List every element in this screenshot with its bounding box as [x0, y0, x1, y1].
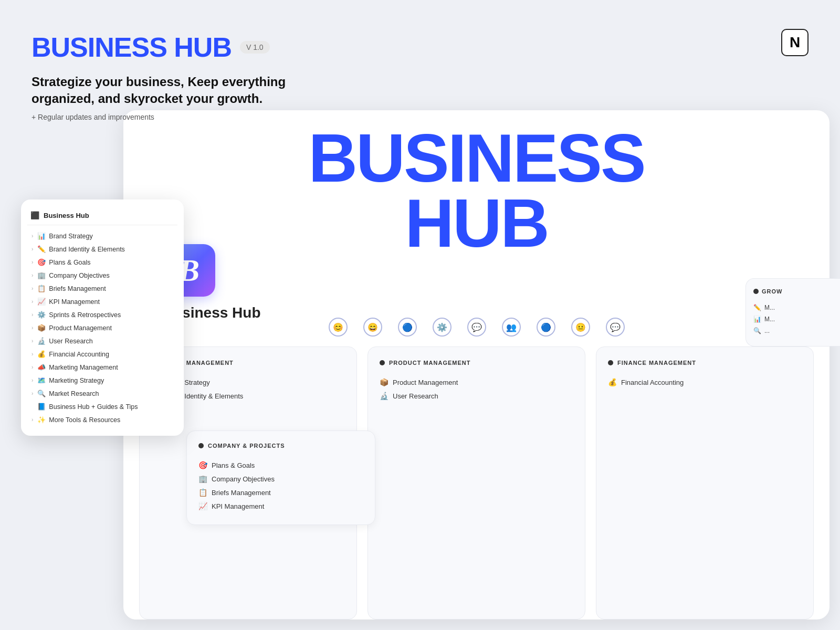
- notion-icon[interactable]: N: [781, 29, 808, 56]
- grow-item-1[interactable]: ✏️ M...: [753, 302, 833, 313]
- chevron-icon: ›: [32, 377, 33, 383]
- icon-1: 😊: [329, 318, 348, 337]
- plans-goals-item[interactable]: 🎯 Plans & Goals: [198, 458, 363, 472]
- icon-9: 💬: [606, 318, 625, 337]
- sidebar-item-product-management[interactable]: › 📦 Product Management: [27, 321, 177, 334]
- icon-6: 👥: [502, 318, 521, 337]
- company-projects-title: COMPANY & PROJECTS: [198, 443, 363, 449]
- chevron-icon: ›: [32, 246, 33, 252]
- company-objectives-item[interactable]: 🏢 Company Objectives: [198, 472, 363, 486]
- product-management-item[interactable]: 📦 Product Management: [380, 375, 573, 389]
- chevron-icon: ›: [32, 233, 33, 239]
- sidebar-item-kpi-management[interactable]: › 📈 KPI Management: [27, 295, 177, 308]
- sidebar-item-sprints[interactable]: › ⚙️ Sprints & Retrospectives: [27, 308, 177, 321]
- icon-4: ⚙️: [433, 318, 452, 337]
- chevron-icon: ›: [32, 351, 33, 357]
- grow-item-3[interactable]: 🔍 ...: [753, 325, 833, 337]
- sidebar-item-briefs-management[interactable]: › 📋 Briefs Management: [27, 282, 177, 295]
- product-management-title: PRODUCT MANAGEMENT: [380, 360, 573, 366]
- sidebar-header-icon: ⬛: [30, 211, 39, 219]
- sidebar-item-marketing-management[interactable]: › 📣 Marketing Management: [27, 361, 177, 374]
- chevron-icon: ›: [32, 312, 33, 318]
- company-projects-card: COMPANY & PROJECTS 🎯 Plans & Goals 🏢 Com…: [186, 430, 375, 525]
- grow-dot: [753, 289, 759, 294]
- sidebar-item-company-objectives[interactable]: › 🏢 Company Objectives: [27, 269, 177, 282]
- app-title: BUSINESS HUB V 1.0: [32, 32, 304, 63]
- chevron-icon: ›: [32, 299, 33, 304]
- chevron-icon: ›: [32, 272, 33, 278]
- sidebar-item-user-research[interactable]: › 🔬 User Research: [27, 334, 177, 348]
- title-text: BUSINESS HUB: [32, 32, 232, 63]
- briefs-management-item[interactable]: 📋 Briefs Management: [198, 486, 363, 499]
- version-badge: V 1.0: [240, 41, 270, 54]
- sidebar-header: ⬛ Business Hub: [27, 209, 177, 225]
- company-dot: [198, 443, 204, 448]
- kpi-management-item[interactable]: 📈 KPI Management: [198, 499, 363, 513]
- update-note: + Regular updates and improvements: [32, 113, 304, 121]
- grow-item-2[interactable]: 📊 M...: [753, 313, 833, 325]
- sidebar-item-more-tools[interactable]: › ✨ More Tools & Resources: [27, 413, 177, 426]
- finance-management-card: FINANCE MANAGEMENT 💰 Financial Accountin…: [596, 346, 814, 620]
- user-research-item[interactable]: 🔬 User Research: [380, 389, 573, 403]
- user-research-icon: 🔬: [380, 392, 388, 400]
- big-title-line2: HUB: [123, 191, 830, 256]
- sidebar-item-brand-identity[interactable]: › ✏️ Brand Identity & Elements: [27, 243, 177, 256]
- icon-8: 😐: [571, 318, 590, 337]
- finance-dot: [608, 360, 613, 365]
- financial-accounting-icon: 💰: [608, 378, 617, 386]
- hub-label: usiness Hub: [173, 304, 260, 321]
- main-card: BUSINESS HUB 😊 😄 🔵 ⚙️ 💬 👥 🔵 😐 💬 BRAND MA…: [123, 110, 830, 620]
- chevron-icon: ›: [32, 391, 33, 396]
- sidebar-item-brand-strategy[interactable]: › 📊 Brand Strategy: [27, 229, 177, 243]
- sidebar-header-label: Business Hub: [44, 212, 89, 219]
- sidebar-item-market-research[interactable]: › 🔍 Market Research: [27, 387, 177, 400]
- sidebar-item-financial-accounting[interactable]: › 💰 Financial Accounting: [27, 348, 177, 361]
- big-title-line1: BUSINESS: [123, 126, 830, 191]
- sidebar-item-plans-goals[interactable]: › 🎯 Plans & Goals: [27, 256, 177, 269]
- chevron-icon: ›: [32, 364, 33, 370]
- icon-2: 😄: [363, 318, 382, 337]
- top-left-section: BUSINESS HUB V 1.0 Strategize your busin…: [32, 32, 304, 121]
- subtitle-text: Strategize your business, Keep everythin…: [32, 74, 304, 108]
- big-title-area: BUSINESS HUB: [123, 126, 830, 256]
- chevron-icon: ›: [32, 338, 33, 344]
- icon-3: 🔵: [398, 318, 417, 337]
- product-dot: [380, 360, 385, 365]
- right-partial-title: GROW: [753, 288, 833, 295]
- sidebar-panel: ⬛ Business Hub › 📊 Brand Strategy › ✏️ B…: [21, 200, 184, 436]
- finance-management-title: FINANCE MANAGEMENT: [608, 360, 802, 366]
- icon-7: 🔵: [537, 318, 555, 337]
- product-management-card: PRODUCT MANAGEMENT 📦 Product Management …: [368, 346, 585, 620]
- big-title: BUSINESS HUB: [123, 126, 830, 256]
- financial-accounting-item[interactable]: 💰 Financial Accounting: [608, 375, 802, 389]
- chevron-icon: ›: [32, 259, 33, 265]
- chevron-icon: ›: [32, 286, 33, 291]
- product-mgmt-icon: 📦: [380, 378, 388, 386]
- chevron-icon: ›: [32, 325, 33, 331]
- sidebar-item-marketing-strategy[interactable]: › 🗺️ Marketing Strategy: [27, 374, 177, 387]
- right-partial-card: GROW ✏️ M... 📊 M... 🔍 ...: [746, 278, 840, 346]
- sidebar-item-business-hub-guides[interactable]: › 📘 Business Hub + Guides & Tips: [27, 400, 177, 413]
- chevron-icon: ›: [32, 417, 33, 423]
- icon-5: 💬: [467, 318, 486, 337]
